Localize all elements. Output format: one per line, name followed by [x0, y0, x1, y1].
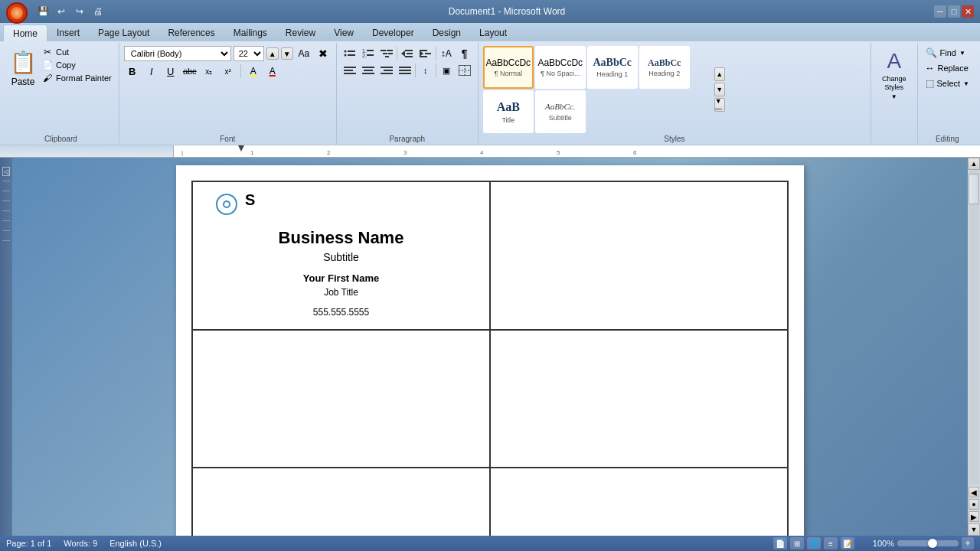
style-subtitle[interactable]: AaBbCc. Subtitle — [535, 90, 586, 133]
scroll-next-page-btn[interactable]: ▶ — [969, 511, 979, 522]
undo-quick-btn[interactable]: ↩ — [54, 4, 69, 19]
increase-indent-button[interactable] — [417, 46, 434, 61]
content-area: ◁ S Business Name — [0, 158, 980, 536]
close-btn[interactable]: ✕ — [962, 5, 974, 18]
copy-label: Copy — [56, 60, 76, 70]
tab-view[interactable]: View — [325, 24, 363, 41]
clear-formatting-btn[interactable]: ✖ — [315, 46, 332, 61]
card-your-name[interactable]: Your First Name — [303, 272, 379, 284]
style-no-spacing[interactable]: AaBbCcDc ¶ No Spaci... — [535, 46, 586, 89]
card-middle-right[interactable] — [490, 330, 788, 468]
format-painter-button[interactable]: 🖌 Format Painter — [40, 72, 114, 84]
sort-button[interactable]: ↕A — [438, 46, 455, 61]
scroll-select-btn[interactable]: ● — [969, 499, 979, 510]
card-top-right[interactable] — [490, 181, 788, 330]
find-button[interactable]: 🔍 Find ▼ — [923, 46, 969, 60]
minimize-btn[interactable]: ─ — [934, 5, 946, 18]
font-family-select[interactable]: Calibri (Body) — [124, 46, 231, 61]
full-screen-view-btn[interactable]: ⊞ — [790, 537, 804, 549]
tab-home[interactable]: Home — [3, 24, 47, 41]
style-normal[interactable]: AaBbCcDc ¶ Normal — [483, 46, 534, 89]
strikethrough-button[interactable]: abc — [181, 64, 198, 79]
tab-references[interactable]: References — [158, 24, 224, 41]
style-title[interactable]: AaB Title — [483, 90, 534, 133]
subscript-button[interactable]: x₂ — [201, 64, 217, 79]
card-job-title[interactable]: Job Title — [324, 287, 358, 298]
svg-marker-13 — [401, 51, 405, 57]
web-layout-view-btn[interactable]: 🌐 — [807, 537, 821, 549]
tab-layout[interactable]: Layout — [470, 24, 516, 41]
tab-design[interactable]: Design — [423, 24, 470, 41]
tab-review[interactable]: Review — [276, 24, 325, 41]
card-phone[interactable]: 555.555.5555 — [313, 307, 369, 318]
zoom-in-btn[interactable]: + — [962, 537, 974, 549]
card-bottom-left[interactable] — [192, 468, 490, 536]
select-button[interactable]: ⬚ Select ▼ — [923, 77, 973, 90]
decrease-indent-button[interactable] — [399, 46, 416, 61]
highlight-button[interactable]: A — [245, 64, 262, 79]
zoom-slider[interactable] — [897, 540, 959, 546]
ruler-tab-marker[interactable] — [238, 145, 244, 152]
copy-icon: 📄 — [42, 60, 53, 70]
tab-developer[interactable]: Developer — [363, 24, 423, 41]
style-more-btn[interactable]: ▼— — [714, 98, 725, 112]
para-divider2 — [436, 47, 436, 60]
replace-button[interactable]: ↔ Replace — [923, 61, 972, 75]
font-color-button[interactable]: A — [264, 64, 281, 79]
bullets-button[interactable] — [341, 46, 358, 61]
font-size-select[interactable]: 22 — [234, 46, 264, 61]
window-title: Document1 - Microsoft Word — [110, 6, 934, 17]
scroll-prev-page-btn[interactable]: ◀ — [969, 487, 979, 497]
shading-button[interactable]: ▣ — [438, 63, 455, 78]
style-scroll-up-btn[interactable]: ▲ — [714, 67, 725, 81]
multilevel-list-button[interactable] — [378, 46, 395, 61]
scroll-down-button[interactable]: ▼ — [968, 523, 980, 536]
copy-button[interactable]: 📄 Copy — [40, 59, 114, 71]
numbering-button[interactable]: 1.2. — [360, 46, 377, 61]
document-page[interactable]: S Business Name Subtitle Your First Name… — [176, 165, 804, 536]
scroll-up-button[interactable]: ▲ — [968, 158, 980, 170]
align-left-button[interactable] — [341, 63, 358, 78]
svg-rect-31 — [399, 70, 411, 71]
paragraph-group: 1.2. ↕A ¶ — [337, 43, 479, 145]
card-subtitle[interactable]: Subtitle — [323, 251, 359, 263]
left-nav-btn[interactable]: ◁ — [2, 167, 10, 176]
superscript-button[interactable]: x² — [220, 64, 237, 79]
style-heading2[interactable]: AaBbCc Heading 2 — [639, 46, 690, 89]
redo-quick-btn[interactable]: ↪ — [72, 4, 87, 19]
card-middle-left[interactable] — [192, 330, 490, 468]
borders-button[interactable] — [456, 63, 473, 78]
save-quick-btn[interactable]: 💾 — [35, 4, 51, 19]
restore-btn[interactable]: □ — [948, 5, 960, 18]
italic-button[interactable]: I — [143, 64, 160, 79]
scroll-thumb[interactable] — [969, 174, 979, 204]
align-right-button[interactable] — [378, 63, 395, 78]
show-marks-button[interactable]: ¶ — [456, 46, 473, 61]
outline-view-btn[interactable]: ≡ — [824, 537, 838, 549]
card-bottom-right[interactable] — [490, 468, 788, 536]
tab-mailings[interactable]: Mailings — [224, 24, 276, 41]
underline-button[interactable]: U — [162, 64, 179, 79]
card-top-left[interactable]: S Business Name Subtitle Your First Name… — [192, 181, 490, 330]
increase-font-btn[interactable]: ▲ — [266, 47, 279, 60]
word-count: Words: 9 — [64, 539, 97, 548]
draft-view-btn[interactable]: 📝 — [841, 537, 854, 549]
print-layout-view-btn[interactable]: 📄 — [773, 537, 787, 549]
paragraph-group-label: Paragraph — [341, 133, 473, 145]
tab-page-layout[interactable]: Page Layout — [89, 24, 158, 41]
style-scroll-down-btn[interactable]: ▼ — [714, 83, 725, 96]
style-heading1[interactable]: AaBbCc Heading 1 — [587, 46, 638, 89]
bold-button[interactable]: B — [124, 64, 141, 79]
justify-button[interactable] — [397, 63, 413, 78]
align-center-button[interactable] — [360, 63, 377, 78]
line-spacing-button[interactable]: ↕ — [417, 63, 434, 78]
decrease-font-btn[interactable]: ▼ — [281, 47, 293, 60]
tab-insert[interactable]: Insert — [47, 24, 89, 41]
change-case-btn[interactable]: Aa — [296, 46, 312, 61]
paste-button[interactable]: 📋 Paste — [8, 46, 38, 89]
cut-button[interactable]: ✂ Cut — [40, 46, 114, 58]
office-button[interactable] — [6, 2, 28, 24]
print-quick-btn[interactable]: 🖨 — [90, 4, 106, 19]
change-styles-button[interactable]: A ChangeStyles ▼ — [876, 46, 913, 103]
card-business-name[interactable]: Business Name — [279, 228, 404, 248]
